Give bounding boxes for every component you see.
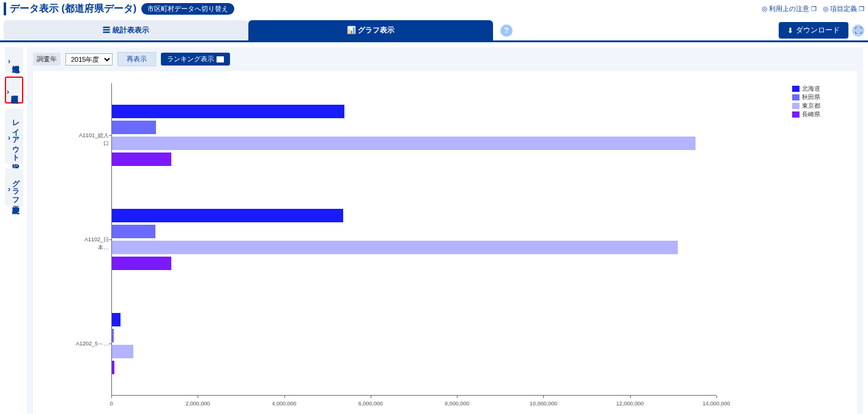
legend-label: 東京都 <box>802 102 820 110</box>
ranking-button[interactable]: ランキング表示 <box>161 53 230 66</box>
year-label: 調査年 <box>33 53 61 66</box>
x-axis-label: 8,000,000 <box>445 401 469 407</box>
chevron-right-icon: › <box>8 134 10 142</box>
bar <box>112 241 678 254</box>
bar <box>112 257 171 270</box>
list-icon: ☰ <box>103 26 112 34</box>
legend-swatch <box>792 86 799 92</box>
tab-table[interactable]: ☰ 統計表表示 <box>4 20 248 40</box>
x-axis-label: 0 <box>109 401 113 407</box>
sidebar-region-select[interactable]: 地域選択› <box>5 47 23 72</box>
sidebar-item-select[interactable]: 表示項目選択› <box>5 77 23 104</box>
chevron-right-icon: › <box>7 88 9 96</box>
chart-plot: A1101_総人口A1102_日本…A1202_5～…02,000,0004,0… <box>111 83 716 396</box>
x-axis-label: 4,000,000 <box>272 401 297 407</box>
legend-swatch <box>792 103 799 109</box>
ranking-icon <box>217 56 224 62</box>
help-icon[interactable]: ? <box>500 24 513 37</box>
bar <box>112 313 121 326</box>
bar <box>112 121 156 134</box>
chart-icon: 📊 <box>347 26 358 34</box>
legend-item: 東京都 <box>792 102 820 110</box>
y-axis-label: A1102_日本… <box>73 236 109 252</box>
legend-item: 秋田県 <box>792 93 820 102</box>
legend-label: 北海道 <box>802 85 820 93</box>
reshow-button[interactable]: 再表示 <box>117 52 156 66</box>
chart-area: 北海道秋田県東京都長崎県 A1101_総人口A1102_日本…A1202_5～…… <box>33 71 857 414</box>
download-icon: ⬇ <box>787 26 793 35</box>
year-select[interactable]: 2015年度 <box>65 53 113 66</box>
chevron-right-icon: › <box>8 57 10 66</box>
page-title: データ表示 (都道府県データ) <box>4 2 136 15</box>
switch-data-button[interactable]: 市区町村データへ切り替え <box>141 3 234 15</box>
x-axis-label: 12,000,000 <box>616 401 644 407</box>
y-axis-label: A1101_総人口 <box>73 132 109 148</box>
x-axis-label: 10,000,000 <box>530 401 557 407</box>
bar <box>112 209 343 222</box>
x-axis-label: 14,000,000 <box>702 401 730 407</box>
sidebar-graph-settings[interactable]: グラフ表示設定› <box>5 168 23 206</box>
sidebar-layout-settings[interactable]: レイアウト設定› <box>5 108 23 164</box>
legend-label: 長崎県 <box>802 110 820 119</box>
header-links: 利用上の注意 項目定義 <box>762 4 864 13</box>
bar <box>112 225 155 238</box>
legend-item: 長崎県 <box>792 110 820 119</box>
definition-link[interactable]: 項目定義 <box>823 4 864 13</box>
x-axis <box>111 395 716 396</box>
legend-item: 北海道 <box>792 85 820 93</box>
bar <box>112 345 133 358</box>
usage-link[interactable]: 利用上の注意 <box>762 4 817 13</box>
tab-graph[interactable]: 📊 グラフ表示 <box>248 20 493 40</box>
expand-icon[interactable]: ⛶ <box>852 24 864 37</box>
bar <box>112 329 114 342</box>
y-axis-label: A1202_5～… <box>73 340 109 348</box>
bar <box>112 105 344 118</box>
chevron-right-icon: › <box>8 185 10 194</box>
bar <box>112 137 696 150</box>
download-button[interactable]: ⬇ ダウンロード <box>779 22 848 39</box>
legend-swatch <box>792 94 799 100</box>
chart-legend: 北海道秋田県東京都長崎県 <box>792 85 820 119</box>
bar <box>112 152 171 166</box>
legend-label: 秋田県 <box>802 93 820 102</box>
x-axis-label: 2,000,000 <box>185 401 210 407</box>
bar <box>112 361 114 374</box>
x-axis-label: 6,000,000 <box>358 401 383 407</box>
legend-swatch <box>792 111 799 118</box>
